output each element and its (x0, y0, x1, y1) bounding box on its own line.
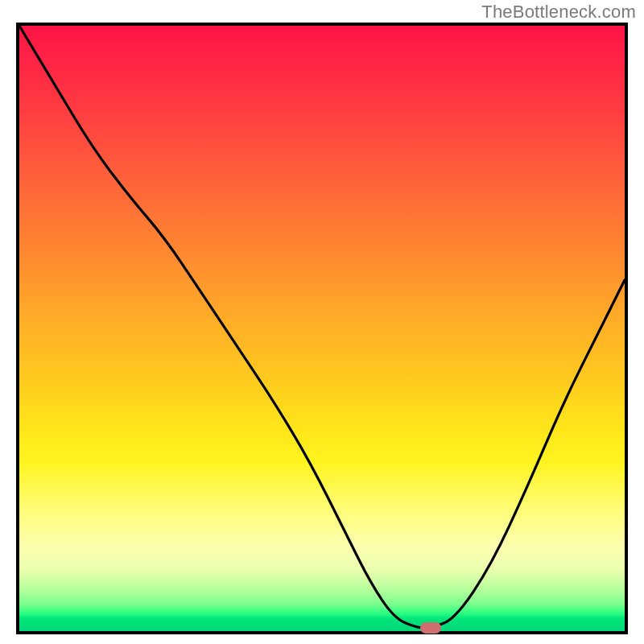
chart-container: TheBottleneck.com (0, 0, 644, 644)
plot-frame (16, 23, 628, 634)
watermark-text: TheBottleneck.com (481, 2, 636, 23)
optimal-marker (420, 622, 441, 634)
bottleneck-curve (19, 26, 625, 631)
